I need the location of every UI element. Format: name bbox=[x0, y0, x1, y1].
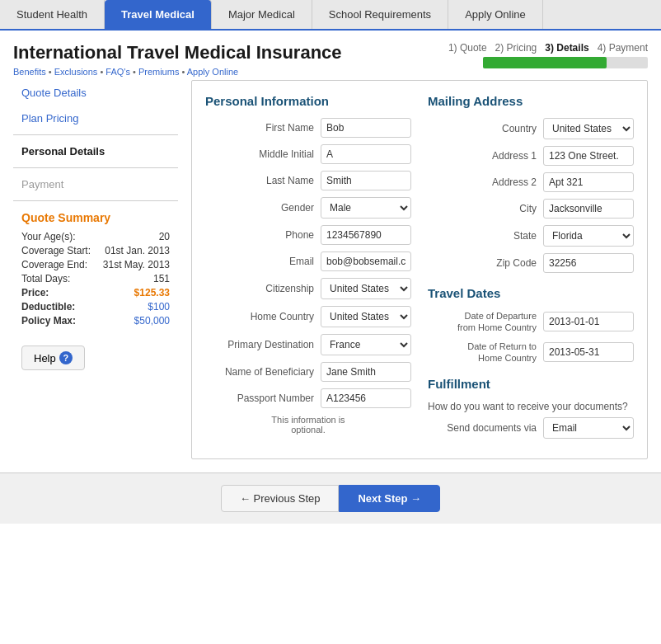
destination-select[interactable]: FranceGermanyJapan bbox=[321, 334, 411, 355]
state-label: State bbox=[428, 230, 543, 242]
summary-end-value: 31st May. 2013 bbox=[103, 259, 170, 270]
zip-input[interactable] bbox=[543, 253, 634, 273]
summary-price-label: Price: bbox=[21, 287, 49, 298]
right-column: Mailing Address Country United StatesCan… bbox=[428, 94, 634, 445]
summary-deductible-label: Deductible: bbox=[21, 301, 75, 313]
summary-start-row: Coverage Start: 01st Jan. 2013 bbox=[21, 245, 170, 256]
address2-label: Address 2 bbox=[428, 176, 543, 188]
beneficiary-row: Name of Beneficiary bbox=[205, 362, 411, 382]
sidebar-divider-2 bbox=[13, 167, 178, 168]
return-row: Date of Return toHome Country bbox=[428, 341, 634, 364]
gender-label: Gender bbox=[205, 202, 321, 214]
passport-label: Passport Number bbox=[205, 393, 321, 404]
phone-label: Phone bbox=[205, 229, 321, 241]
sidebar-divider-1 bbox=[13, 134, 178, 135]
step-4-label: 4) Payment bbox=[598, 42, 648, 54]
sidebar: Quote Details Plan Pricing Personal Deta… bbox=[13, 80, 178, 459]
home-country-select[interactable]: United StatesCanadaOther bbox=[321, 306, 411, 327]
middle-initial-row: Middle Initial bbox=[205, 144, 411, 164]
last-name-label: Last Name bbox=[205, 175, 321, 186]
gender-select[interactable]: MaleFemale bbox=[321, 197, 411, 219]
summary-start-label: Coverage Start: bbox=[21, 245, 91, 256]
country-label: Country bbox=[428, 123, 543, 134]
email-input[interactable] bbox=[321, 251, 411, 271]
summary-end-row: Coverage End: 31st May. 2013 bbox=[21, 259, 170, 270]
summary-price-row: Price: $125.33 bbox=[21, 287, 170, 298]
quote-summary: Quote Summary Your Age(s): 20 Coverage S… bbox=[13, 204, 178, 336]
city-input[interactable] bbox=[543, 199, 634, 219]
quote-summary-title: Quote Summary bbox=[21, 211, 170, 224]
steps-labels: 1) Quote 2) Pricing 3) Details 4) Paymen… bbox=[448, 42, 648, 54]
sidebar-divider-3 bbox=[13, 200, 178, 201]
passport-input[interactable] bbox=[321, 388, 411, 408]
home-country-row: Home Country United StatesCanadaOther bbox=[205, 306, 411, 327]
summary-deductible-row: Deductible: $100 bbox=[21, 301, 170, 313]
beneficiary-label: Name of Beneficiary bbox=[205, 366, 321, 378]
middle-initial-label: Middle Initial bbox=[205, 148, 321, 160]
state-select[interactable]: FloridaGeorgiaTexas bbox=[543, 225, 634, 247]
last-name-input[interactable] bbox=[321, 171, 411, 190]
middle-initial-input[interactable] bbox=[321, 144, 411, 164]
address1-row: Address 1 bbox=[428, 146, 634, 166]
nav-student-health[interactable]: Student Health bbox=[0, 0, 105, 29]
breadcrumb-faqs[interactable]: FAQ's bbox=[105, 67, 130, 77]
next-step-button[interactable]: Next Step → bbox=[339, 485, 440, 512]
prev-step-button[interactable]: ← Previous Step bbox=[221, 485, 340, 512]
first-name-label: First Name bbox=[205, 122, 321, 134]
breadcrumb-apply[interactable]: Apply Online bbox=[187, 67, 238, 77]
return-label: Date of Return toHome Country bbox=[428, 341, 543, 364]
send-via-label: Send documents via bbox=[428, 422, 543, 434]
content-area: Personal Information First Name Middle I… bbox=[191, 80, 648, 459]
first-name-input[interactable] bbox=[321, 118, 411, 138]
country-row: Country United StatesCanadaOther bbox=[428, 118, 634, 139]
breadcrumb-exclusions[interactable]: Exclusions bbox=[54, 67, 98, 77]
help-button[interactable]: Help ? bbox=[21, 346, 85, 370]
two-cols: Personal Information First Name Middle I… bbox=[205, 94, 634, 445]
email-row: Email bbox=[205, 251, 411, 271]
summary-policymax-label: Policy Max: bbox=[21, 315, 76, 327]
departure-input[interactable] bbox=[543, 312, 634, 331]
zip-row: Zip Code bbox=[428, 253, 634, 273]
header: International Travel Medical Insurance B… bbox=[0, 31, 661, 80]
summary-policymax-row: Policy Max: $50,000 bbox=[21, 315, 170, 327]
citizenship-row: Citizenship United StatesCanadaOther bbox=[205, 278, 411, 299]
optional-text: This information isoptional. bbox=[205, 415, 411, 435]
address2-input[interactable] bbox=[543, 172, 634, 192]
progress-bar-outer bbox=[483, 57, 648, 68]
city-row: City bbox=[428, 199, 634, 219]
beneficiary-input[interactable] bbox=[321, 362, 411, 382]
progress-bar-inner bbox=[483, 57, 607, 68]
top-nav: Student Health Travel Medical Major Medi… bbox=[0, 0, 661, 31]
zip-label: Zip Code bbox=[428, 257, 543, 269]
send-via-select[interactable]: EmailMail bbox=[543, 417, 634, 439]
return-input[interactable] bbox=[543, 342, 634, 362]
sidebar-quote-details[interactable]: Quote Details bbox=[13, 80, 178, 106]
main-layout: Quote Details Plan Pricing Personal Deta… bbox=[0, 80, 661, 459]
sidebar-plan-pricing[interactable]: Plan Pricing bbox=[13, 106, 178, 131]
summary-price-value: $125.33 bbox=[134, 287, 170, 298]
nav-major-medical[interactable]: Major Medical bbox=[212, 0, 312, 29]
home-country-label: Home Country bbox=[205, 311, 321, 322]
last-name-row: Last Name bbox=[205, 171, 411, 190]
sidebar-personal-details[interactable]: Personal Details bbox=[13, 139, 178, 164]
summary-days-value: 151 bbox=[153, 273, 170, 284]
country-select[interactable]: United StatesCanadaOther bbox=[543, 118, 634, 139]
breadcrumb-premiums[interactable]: Premiums bbox=[138, 67, 180, 77]
help-icon: ? bbox=[59, 351, 73, 364]
departure-label: Date of Departurefrom Home Country bbox=[428, 310, 543, 334]
state-row: State FloridaGeorgiaTexas bbox=[428, 225, 634, 247]
nav-apply-online[interactable]: Apply Online bbox=[448, 0, 543, 29]
phone-row: Phone bbox=[205, 225, 411, 245]
citizenship-select[interactable]: United StatesCanadaOther bbox=[321, 278, 411, 299]
personal-info-title: Personal Information bbox=[205, 94, 411, 108]
send-via-row: Send documents via EmailMail bbox=[428, 417, 634, 439]
summary-start-value: 01st Jan. 2013 bbox=[105, 245, 170, 256]
address1-input[interactable] bbox=[543, 146, 634, 166]
nav-school-requirements[interactable]: School Requirements bbox=[312, 0, 448, 29]
breadcrumb-benefits[interactable]: Benefits bbox=[13, 67, 46, 77]
nav-travel-medical[interactable]: Travel Medical bbox=[105, 0, 212, 29]
gender-row: Gender MaleFemale bbox=[205, 197, 411, 219]
phone-input[interactable] bbox=[321, 225, 411, 245]
fulfillment-title: Fulfillment bbox=[428, 377, 634, 391]
step-2-label: 2) Pricing bbox=[495, 42, 537, 54]
